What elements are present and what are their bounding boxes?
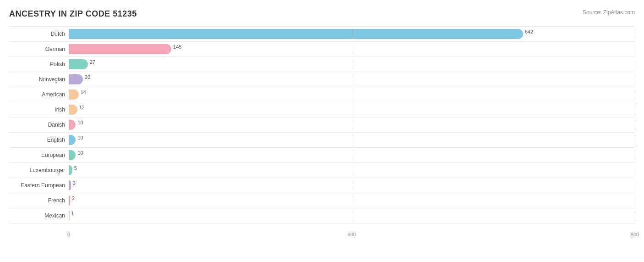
bar-label: Luxembourger	[9, 167, 69, 173]
gridline	[352, 195, 352, 206]
bar-label: Eastern European	[9, 182, 69, 189]
bar-fill: 20	[69, 74, 83, 84]
gridline	[635, 150, 635, 160]
bar-row: Danish10	[9, 117, 635, 133]
bar-value: 1	[71, 211, 74, 216]
bar-value: 10	[77, 135, 83, 140]
gridline	[635, 89, 635, 100]
bar-fill: 10	[69, 135, 76, 145]
gridline	[635, 74, 635, 84]
bar-fill: 3	[69, 180, 71, 190]
bar-fill: 10	[69, 120, 76, 130]
bar-row: French2	[9, 193, 635, 208]
x-axis-tick: 400	[348, 232, 356, 237]
bar-label: Norwegian	[9, 76, 69, 83]
gridline	[635, 29, 635, 39]
bar-label: Polish	[9, 61, 69, 67]
gridline	[635, 105, 635, 115]
bar-row: Luxembourger5	[9, 163, 635, 178]
gridline	[352, 165, 352, 175]
gridline	[352, 44, 352, 54]
bar-track: 27	[69, 59, 635, 69]
bar-row: Dutch642	[9, 26, 635, 42]
bar-value: 12	[79, 105, 85, 110]
x-axis: 0400800	[69, 223, 635, 237]
x-axis-tick: 800	[631, 232, 639, 237]
bar-value: 2	[72, 195, 75, 201]
bar-value: 10	[77, 120, 83, 125]
bar-track: 10	[69, 120, 635, 130]
bar-row: Eastern European3	[9, 178, 635, 193]
bar-value: 14	[81, 89, 86, 95]
bar-label: German	[9, 46, 69, 52]
gridline	[635, 135, 635, 145]
gridline	[635, 211, 635, 221]
bar-value: 27	[90, 59, 95, 65]
gridline	[352, 211, 352, 221]
bar-label: American	[9, 91, 69, 98]
bar-track: 10	[69, 150, 635, 160]
gridline	[635, 59, 635, 69]
gridline	[352, 59, 352, 69]
gridline	[635, 180, 635, 190]
bar-row: Irish12	[9, 102, 635, 117]
bar-label: Mexican	[9, 212, 69, 219]
bar-value: 3	[73, 180, 76, 186]
gridline	[352, 89, 352, 100]
bar-fill: 10	[69, 150, 76, 160]
bar-track: 2	[69, 195, 635, 206]
bar-fill: 145	[69, 44, 171, 54]
gridline	[352, 105, 352, 115]
bars-section: Dutch642German145Polish27Norwegian20Amer…	[9, 26, 635, 223]
bar-fill: 1	[69, 211, 70, 221]
bar-fill: 2	[69, 195, 70, 206]
bar-fill: 12	[69, 105, 77, 115]
bar-fill: 5	[69, 165, 72, 175]
gridline	[352, 180, 352, 190]
bar-fill: 14	[69, 89, 79, 100]
bar-label: Danish	[9, 122, 69, 128]
source-text: Source: ZipAtlas.com	[583, 9, 635, 16]
gridline	[352, 135, 352, 145]
bar-track: 14	[69, 89, 635, 100]
bar-fill: 642	[69, 29, 523, 39]
gridline	[352, 120, 352, 130]
x-axis-tick: 0	[67, 232, 70, 237]
bar-row: European10	[9, 148, 635, 163]
bar-track: 1	[69, 211, 635, 221]
bar-track: 642	[69, 29, 635, 39]
bar-row: Polish27	[9, 57, 635, 72]
bar-label: Dutch	[9, 31, 69, 37]
bar-label: European	[9, 152, 69, 158]
bar-track: 145	[69, 44, 635, 54]
bar-row: Norwegian20	[9, 72, 635, 87]
bar-value: 10	[77, 150, 83, 156]
bar-label: Irish	[9, 106, 69, 113]
bar-row: German145	[9, 42, 635, 57]
bar-track: 3	[69, 180, 635, 190]
chart-container: ANCESTRY IN ZIP CODE 51235 Source: ZipAt…	[0, 0, 644, 262]
bar-row: American14	[9, 87, 635, 102]
bar-track: 20	[69, 74, 635, 84]
bar-fill: 27	[69, 59, 88, 69]
chart-title: ANCESTRY IN ZIP CODE 51235	[9, 9, 635, 19]
bar-row: Mexican1	[9, 208, 635, 223]
bar-track: 5	[69, 165, 635, 175]
bar-value: 145	[173, 44, 181, 50]
bar-value: 5	[74, 165, 77, 171]
bar-track: 10	[69, 135, 635, 145]
gridline	[352, 150, 352, 160]
bar-value: 20	[85, 74, 90, 80]
bar-label: English	[9, 137, 69, 143]
chart-area: Dutch642German145Polish27Norwegian20Amer…	[9, 26, 635, 237]
gridline	[635, 195, 635, 206]
gridline	[352, 74, 352, 84]
bar-track: 12	[69, 105, 635, 115]
gridline	[635, 165, 635, 175]
gridline	[635, 44, 635, 54]
bar-label: French	[9, 197, 69, 204]
bar-row: English10	[9, 133, 635, 148]
bar-value: 642	[525, 29, 533, 34]
gridline	[635, 120, 635, 130]
